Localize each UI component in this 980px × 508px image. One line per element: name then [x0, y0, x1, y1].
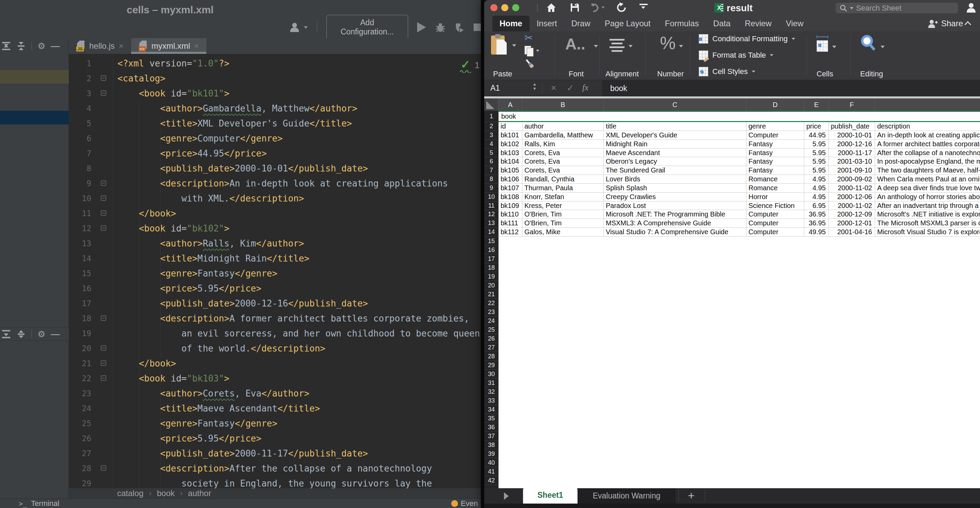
- table-cell[interactable]: 2000-12-16: [829, 140, 875, 148]
- row-header-14[interactable]: 14: [484, 228, 498, 236]
- cut-icon[interactable]: ✂: [524, 33, 533, 43]
- table-cell[interactable]: Computer: [746, 210, 804, 219]
- table-cell[interactable]: 2000-11-02: [829, 184, 875, 192]
- table-cell[interactable]: Fantasy: [746, 157, 804, 166]
- data-rows[interactable]: idauthortitlegenrepricepublish_datedescr…: [498, 122, 980, 236]
- code-line[interactable]: <description>A former architect battles …: [118, 311, 480, 326]
- hide-panel-icon[interactable]: —: [51, 330, 60, 339]
- gutter-row[interactable]: 17: [69, 296, 113, 311]
- add-configuration-button[interactable]: Add Configuration...: [326, 14, 408, 40]
- table-row[interactable]: bk106Randall, CynthiaLover BirdsRomance4…: [498, 175, 980, 184]
- row-headers[interactable]: 1234567891011121314151617181920212223242…: [484, 111, 498, 488]
- expand-all-icon[interactable]: [2, 41, 11, 51]
- expand-all-icon[interactable]: [2, 329, 11, 339]
- column-header-A[interactable]: A: [498, 99, 522, 111]
- code-line[interactable]: <price>5.95</price>: [118, 281, 480, 296]
- close-window-button[interactable]: [490, 4, 498, 11]
- alignment-dropdown-icon[interactable]: [628, 45, 633, 47]
- gutter-row[interactable]: 9: [69, 176, 113, 191]
- gutter-row[interactable]: 15: [69, 266, 113, 281]
- structure-item-selected[interactable]: [0, 111, 69, 125]
- code-line[interactable]: <?xml version="1.0"?>: [118, 56, 480, 71]
- zoom-window-button[interactable]: [512, 4, 519, 11]
- code-line[interactable]: <book id="bk101">: [118, 86, 480, 101]
- collapse-all-icon[interactable]: [16, 41, 26, 51]
- table-cell[interactable]: Microsoft Visual Studio 7 is explored in…: [875, 228, 980, 236]
- ribbon-tab-page-layout[interactable]: Page Layout: [598, 16, 658, 31]
- table-cell[interactable]: 44.95: [804, 131, 829, 139]
- code-line[interactable]: <description>After the collapse of a nan…: [118, 461, 480, 476]
- code-line[interactable]: <price>44.95</price>: [118, 146, 480, 161]
- undo-dropdown-icon[interactable]: [601, 6, 605, 8]
- table-cell[interactable]: A former architect battles corporate zom…: [875, 140, 980, 148]
- table-cell[interactable]: Corets, Eva: [522, 149, 604, 157]
- table-cell[interactable]: bk102: [498, 140, 522, 148]
- terminal-button[interactable]: >_ Terminal: [19, 499, 59, 508]
- gutter-row[interactable]: 8: [69, 161, 113, 176]
- gutter-row[interactable]: 11: [69, 206, 113, 221]
- code-line[interactable]: <title>XML Developer's Guide</title>: [118, 116, 480, 131]
- name-box-spinner[interactable]: ▲▼: [533, 83, 537, 91]
- row-header-41[interactable]: 41: [484, 467, 498, 476]
- table-cell[interactable]: The two daughters of Maeve, half-sisters…: [875, 166, 980, 174]
- home-icon[interactable]: [546, 3, 557, 13]
- table-cell[interactable]: Science Fiction: [746, 201, 804, 210]
- run-with-coverage-icon[interactable]: [455, 22, 465, 33]
- code-line[interactable]: society in England, the young survivors …: [118, 476, 480, 488]
- structure-panel[interactable]: ⚙ —: [0, 54, 69, 498]
- tab-myxml-xml[interactable]: <> myxml.xml ×: [131, 38, 206, 54]
- breadcrumb-item-catalog[interactable]: catalog: [117, 489, 143, 498]
- row-header-19[interactable]: 19: [484, 272, 498, 281]
- table-cell[interactable]: Maeve Ascendant: [604, 149, 746, 157]
- sheet-tab-evaluation-warning[interactable]: Evaluation Warning: [578, 488, 676, 503]
- gutter-row[interactable]: 10: [69, 191, 113, 206]
- table-cell[interactable]: Fantasy: [746, 149, 804, 157]
- table-cell[interactable]: Computer: [746, 228, 804, 236]
- field-header-cell[interactable]: author: [522, 122, 604, 131]
- gutter-row[interactable]: 27: [69, 446, 113, 461]
- row-header-24[interactable]: 24: [484, 316, 498, 325]
- table-cell[interactable]: 36.95: [804, 210, 829, 219]
- gutter-row[interactable]: 23: [69, 386, 113, 401]
- close-icon[interactable]: ×: [194, 41, 199, 51]
- fold-end-icon[interactable]: [101, 195, 106, 201]
- number-format-icon[interactable]: %: [660, 33, 676, 53]
- code-area[interactable]: <?xml version="1.0"?><catalog> <book id=…: [118, 56, 480, 488]
- row-header-31[interactable]: 31: [484, 379, 498, 387]
- row-header-13[interactable]: 13: [484, 219, 498, 228]
- row-header-1[interactable]: 1: [484, 111, 498, 122]
- field-header-cell[interactable]: id: [498, 122, 522, 131]
- gutter-row[interactable]: 25: [69, 416, 113, 431]
- field-header-row[interactable]: idauthortitlegenrepricepublish_datedescr…: [498, 122, 980, 131]
- column-headers[interactable]: ABCDEF: [484, 99, 980, 111]
- gutter-row[interactable]: 26: [69, 431, 113, 446]
- code-line[interactable]: <genre>Fantasy</genre>: [118, 266, 480, 281]
- table-cell[interactable]: Microsoft's .NET initiative is explored …: [875, 210, 980, 219]
- field-header-cell[interactable]: publish_date: [829, 122, 875, 131]
- redo-icon[interactable]: [616, 2, 627, 13]
- code-line[interactable]: <price>5.95</price>: [118, 431, 480, 446]
- row-header-29[interactable]: 29: [484, 361, 498, 370]
- gutter-row[interactable]: 1: [69, 56, 113, 71]
- code-line[interactable]: <author>Gambardella, Matthew</author>: [118, 101, 480, 116]
- table-cell[interactable]: 2000-09-02: [829, 175, 875, 184]
- table-cell[interactable]: bk104: [498, 157, 522, 166]
- fold-collapse-icon[interactable]: [101, 90, 106, 96]
- code-line[interactable]: <publish_date>2000-11-17</publish_date>: [118, 446, 480, 461]
- table-cell[interactable]: 6.95: [804, 201, 829, 210]
- gutter-row[interactable]: 16: [69, 281, 113, 296]
- gutter-row[interactable]: 3: [69, 86, 113, 101]
- row-header-27[interactable]: 27: [484, 343, 498, 352]
- row-header-9[interactable]: 9: [484, 184, 498, 193]
- code-line[interactable]: <genre>Computer</genre>: [118, 131, 480, 146]
- table-cell[interactable]: Computer: [746, 131, 804, 139]
- table-cell[interactable]: Computer: [746, 219, 804, 227]
- table-row[interactable]: bk112Galos, MikeVisual Studio 7: A Compr…: [498, 228, 980, 236]
- gutter-row[interactable]: 14: [69, 251, 113, 266]
- table-cell[interactable]: Randall, Cynthia: [522, 175, 604, 184]
- row-header-20[interactable]: 20: [484, 281, 498, 290]
- column-header-B[interactable]: B: [522, 99, 604, 111]
- code-line[interactable]: with XML.</description>: [118, 191, 480, 206]
- table-cell[interactable]: Thurman, Paula: [522, 184, 604, 192]
- code-line[interactable]: an evil sorceress, and her own childhood…: [118, 326, 480, 341]
